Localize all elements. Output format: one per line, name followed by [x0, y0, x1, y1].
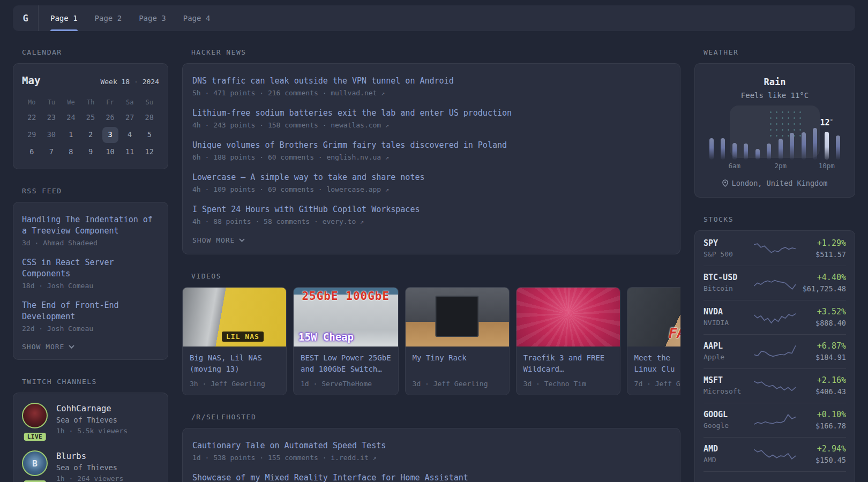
- reddit-item: Showcase of my Mixed Reality Interface f…: [192, 472, 670, 482]
- stock-sparkline: [754, 412, 796, 428]
- video-title[interactable]: Big NAS, Lil NAS (moving 13): [190, 352, 279, 375]
- twitch-channel-row[interactable]: B LIVE Blurbs Sea of Thieves 1h · 264 vi…: [22, 450, 159, 482]
- video-card[interactable]: Traefik 3 and FREE Wildcard… 3d · Techno…: [516, 287, 620, 395]
- thumbnail-text: 15W Cheap: [298, 331, 354, 343]
- stock-change: +2.16%: [801, 375, 846, 386]
- rss-item-meta: 3d · Ahmad Shadeed: [22, 238, 159, 248]
- rss-item-link[interactable]: CSS in React Server Components: [22, 257, 159, 280]
- stock-row[interactable]: SPY S&P 500 +1.29% $511.57: [704, 232, 846, 266]
- app-logo[interactable]: G: [13, 5, 39, 31]
- calendar-day: 24: [61, 109, 81, 126]
- stock-row[interactable]: RDDT -1.65%: [704, 471, 846, 482]
- calendar-day: 1: [61, 126, 81, 143]
- calendar-section: CALENDAR May Week 18 · 2024 MoTuWeThFrSa…: [13, 48, 168, 169]
- video-title[interactable]: Traefik 3 and FREE Wildcard…: [523, 352, 613, 375]
- channel-name[interactable]: CohhCarnage: [56, 403, 128, 415]
- avatar: B: [22, 450, 48, 476]
- live-badge: LIVE: [24, 433, 46, 441]
- rss-show-more-button[interactable]: SHOW MORE: [22, 343, 159, 351]
- calendar-day: 27: [120, 109, 140, 126]
- calendar-day: 26: [100, 109, 120, 126]
- weather-section: WEATHER Rain Feels like 11°C 6am2pm12°10…: [694, 48, 855, 198]
- video-title[interactable]: Meet the Linux Clu: [634, 352, 680, 375]
- video-title[interactable]: My Tiny Rack: [413, 352, 502, 375]
- video-thumbnail[interactable]: [517, 288, 620, 347]
- video-thumbnail[interactable]: 25GbE 100GbE 15W Cheap: [294, 288, 398, 347]
- rss-section: RSS FEED Handling The Indentation of a T…: [13, 187, 168, 360]
- stock-symbol: MSFT: [704, 375, 749, 386]
- temperature-bar: [755, 149, 760, 160]
- weather-feels-like: Feels like 11°C: [704, 91, 846, 100]
- temperature-bar: [813, 128, 817, 160]
- chevron-down-icon: [239, 238, 245, 242]
- weather-hour-column: 12°10pm: [821, 110, 833, 160]
- right-column: WEATHER Rain Feels like 11°C 6am2pm12°10…: [694, 31, 855, 482]
- tab-page-2[interactable]: Page 2: [95, 5, 122, 31]
- external-link-icon: ↗: [385, 154, 389, 161]
- reddit-item-link[interactable]: Cautionary Tale on Automated Speed Tests: [192, 440, 670, 451]
- tab-page-4[interactable]: Page 4: [183, 5, 211, 31]
- stock-sparkline: [754, 241, 796, 257]
- reddit-section: /R/SELFHOSTED Cautionary Tale on Automat…: [182, 413, 680, 482]
- stock-symbol: RDDT: [704, 480, 749, 482]
- video-thumbnail[interactable]: [406, 288, 509, 347]
- hn-item-link[interactable]: I Spent 24 Hours with GitHub Copilot Wor…: [192, 204, 670, 215]
- videos-section: VIDEOS LIL NAS Big NAS, Lil NAS (moving …: [182, 272, 680, 395]
- chevron-down-icon: [69, 345, 74, 349]
- stock-row[interactable]: BTC-USD Bitcoin +4.40% $61,725.48: [704, 266, 846, 300]
- stock-name: NVIDIA: [704, 318, 749, 328]
- temperature-bar: [802, 132, 806, 160]
- channel-game: Sea of Thieves: [56, 462, 123, 473]
- video-card[interactable]: 25GbE 100GbE 15W Cheap BEST Low Power 25…: [293, 287, 399, 395]
- tab-page-1[interactable]: Page 1: [50, 5, 78, 31]
- channel-meta: 1h · 264 viewers: [56, 473, 123, 482]
- hn-item-link[interactable]: Unique volumes of Brothers Grimm fairy t…: [192, 140, 670, 151]
- rss-item: CSS in React Server Components 18d · Jos…: [22, 257, 159, 291]
- hn-item: DNS traffic can leak outside the VPN tun…: [192, 76, 670, 99]
- hn-item-link[interactable]: DNS traffic can leak outside the VPN tun…: [192, 76, 670, 87]
- reddit-item-meta: 1d · 538 points · 155 comments · i.redd.…: [192, 453, 670, 463]
- reddit-item-link[interactable]: Showcase of my Mixed Reality Interface f…: [192, 472, 670, 482]
- twitch-widget: LIVE CohhCarnage Sea of Thieves 1h · 5.5…: [13, 393, 168, 482]
- external-link-icon: ↗: [373, 454, 377, 462]
- video-thumbnail[interactable]: LIL NAS: [183, 288, 286, 347]
- hn-item: Unique volumes of Brothers Grimm fairy t…: [192, 140, 670, 163]
- rss-item-link[interactable]: The End of Front-End Development: [22, 300, 159, 322]
- calendar-day-header: Th: [81, 96, 101, 109]
- calendar-day-header: Su: [139, 96, 159, 109]
- weather-hour-column: [810, 110, 821, 160]
- twitch-channel-row[interactable]: LIVE CohhCarnage Sea of Thieves 1h · 5.5…: [22, 403, 159, 436]
- temperature-bar: [767, 144, 771, 160]
- video-card[interactable]: LIL NAS Big NAS, Lil NAS (moving 13) 3h …: [182, 287, 287, 395]
- stock-row[interactable]: MSFT Microsoft +2.16% $406.43: [704, 368, 846, 403]
- tab-page-3[interactable]: Page 3: [139, 5, 166, 31]
- stock-row[interactable]: NVDA NVIDIA +3.52% $888.40: [704, 300, 846, 334]
- video-title[interactable]: BEST Low Power 25GbE and 100GbE Switch…: [301, 352, 391, 375]
- temperature-bar: [836, 135, 840, 160]
- stock-row[interactable]: AMD AMD +2.94% $150.45: [704, 437, 846, 471]
- calendar-day: 22: [22, 109, 42, 126]
- weather-hour-column: [752, 110, 764, 160]
- temperature-bar: [744, 144, 748, 160]
- stock-sparkline: [754, 447, 796, 463]
- stock-symbol: BTC-USD: [704, 272, 749, 283]
- hour-axis-label: 2pm: [774, 162, 787, 170]
- calendar-month: May: [22, 74, 40, 86]
- hn-item-link[interactable]: Lithium-free sodium batteries exit the l…: [192, 108, 670, 119]
- video-card[interactable]: My Tiny Rack 3d · Jeff Geerling: [405, 287, 510, 395]
- video-card[interactable]: FAS Meet the Linux Clu 7d · Jeff Geerlin…: [627, 287, 680, 395]
- stock-row[interactable]: GOOGL Google +0.10% $166.78: [704, 403, 846, 437]
- video-thumbnail[interactable]: FAS: [627, 288, 680, 347]
- channel-name[interactable]: Blurbs: [56, 450, 123, 462]
- temperature-bar: [790, 133, 794, 160]
- stock-change: +3.52%: [801, 306, 846, 318]
- hn-show-more-button[interactable]: SHOW MORE: [192, 236, 670, 244]
- stock-price: $61,725.48: [801, 283, 846, 294]
- hn-item-link[interactable]: Lowercase – A simple way to take and sha…: [192, 172, 670, 183]
- rss-item-link[interactable]: Handling The Indentation of a Treeview C…: [22, 214, 159, 237]
- stock-symbol: AAPL: [704, 341, 749, 352]
- hn-item: I Spent 24 Hours with GitHub Copilot Wor…: [192, 204, 670, 227]
- stock-symbol: GOOGL: [704, 409, 749, 420]
- hour-axis-label: 6am: [728, 162, 740, 170]
- stock-row[interactable]: AAPL Apple +6.87% $184.91: [704, 334, 846, 368]
